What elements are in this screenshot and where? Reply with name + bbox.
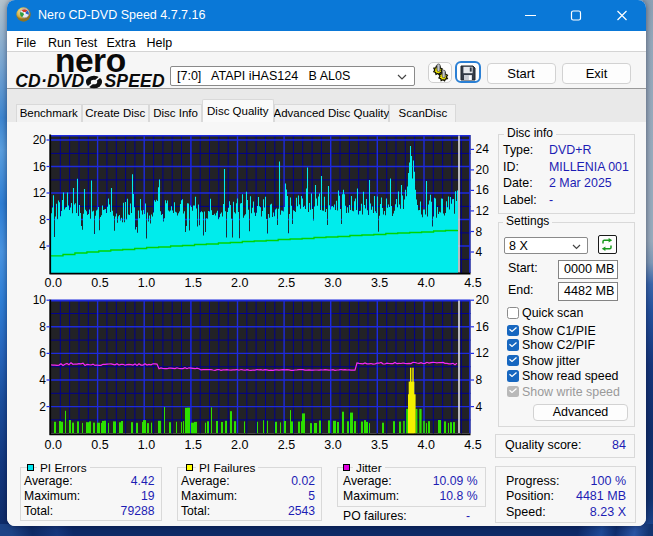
svg-text:2.0: 2.0 — [231, 276, 248, 290]
svg-text:6: 6 — [39, 346, 46, 360]
svg-text:4.0: 4.0 — [418, 276, 435, 290]
svg-text:3.0: 3.0 — [324, 276, 341, 290]
svg-text:4: 4 — [39, 373, 46, 387]
svg-text:2.0: 2.0 — [231, 438, 248, 452]
svg-text:2: 2 — [39, 400, 46, 414]
svg-text:0.5: 0.5 — [91, 438, 108, 452]
svg-text:16: 16 — [476, 320, 490, 334]
svg-text:1.0: 1.0 — [138, 276, 155, 290]
svg-text:12: 12 — [476, 346, 490, 360]
svg-text:12: 12 — [476, 204, 490, 218]
svg-text:4: 4 — [39, 239, 46, 253]
svg-text:0.0: 0.0 — [45, 438, 62, 452]
svg-text:8: 8 — [39, 213, 46, 227]
svg-text:4: 4 — [476, 400, 483, 414]
svg-text:3.5: 3.5 — [371, 438, 388, 452]
svg-text:3.0: 3.0 — [324, 438, 341, 452]
svg-text:12: 12 — [33, 186, 47, 200]
svg-text:20: 20 — [476, 293, 490, 307]
svg-text:4.5: 4.5 — [464, 276, 481, 290]
svg-text:4.5: 4.5 — [464, 438, 481, 452]
svg-text:10: 10 — [33, 293, 47, 307]
svg-text:8: 8 — [476, 373, 483, 387]
svg-text:1.5: 1.5 — [185, 438, 202, 452]
svg-text:16: 16 — [476, 183, 490, 197]
svg-text:4: 4 — [476, 245, 483, 259]
svg-text:16: 16 — [33, 160, 47, 174]
svg-text:20: 20 — [33, 133, 47, 147]
svg-text:1.0: 1.0 — [138, 438, 155, 452]
svg-text:3.5: 3.5 — [371, 276, 388, 290]
svg-text:1.5: 1.5 — [185, 276, 202, 290]
svg-text:8: 8 — [39, 320, 46, 334]
svg-text:0.5: 0.5 — [91, 276, 108, 290]
svg-text:2.5: 2.5 — [278, 438, 295, 452]
svg-text:20: 20 — [476, 163, 490, 177]
svg-text:4.0: 4.0 — [418, 438, 435, 452]
svg-text:0.0: 0.0 — [45, 276, 62, 290]
svg-text:2.5: 2.5 — [278, 276, 295, 290]
svg-text:8: 8 — [476, 225, 483, 239]
svg-text:24: 24 — [476, 142, 490, 156]
